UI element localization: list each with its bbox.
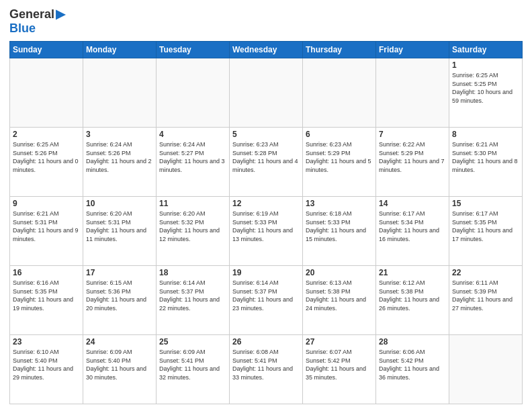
calendar-cell: 12Sunrise: 6:19 AM Sunset: 5:33 PM Dayli… [230, 197, 303, 266]
day-number: 25 [159, 337, 226, 347]
day-number: 8 [452, 130, 519, 139]
day-number: 13 [306, 199, 373, 208]
calendar-cell [449, 335, 523, 404]
calendar-cell: 6Sunrise: 6:23 AM Sunset: 5:29 PM Daylig… [303, 128, 376, 197]
calendar-cell: 20Sunrise: 6:13 AM Sunset: 5:38 PM Dayli… [303, 266, 376, 335]
calendar-cell: 28Sunrise: 6:06 AM Sunset: 5:42 PM Dayli… [376, 335, 449, 404]
calendar-cell: 21Sunrise: 6:12 AM Sunset: 5:38 PM Dayli… [376, 266, 449, 335]
day-info: Sunrise: 6:25 AM Sunset: 5:26 PM Dayligh… [13, 140, 80, 174]
day-number: 19 [232, 268, 300, 277]
week-row-4: 16Sunrise: 6:16 AM Sunset: 5:35 PM Dayli… [10, 266, 523, 335]
calendar-cell: 22Sunrise: 6:11 AM Sunset: 5:39 PM Dayli… [449, 266, 523, 335]
weekday-header-tuesday: Tuesday [157, 42, 230, 58]
day-number: 22 [452, 268, 519, 277]
day-info: Sunrise: 6:06 AM Sunset: 5:42 PM Dayligh… [379, 348, 446, 381]
day-info: Sunrise: 6:09 AM Sunset: 5:41 PM Dayligh… [159, 348, 226, 381]
day-number: 4 [159, 130, 226, 139]
calendar-cell: 2Sunrise: 6:25 AM Sunset: 5:26 PM Daylig… [10, 128, 83, 197]
weekday-header-row: SundayMondayTuesdayWednesdayThursdayFrid… [10, 42, 523, 58]
calendar-cell: 3Sunrise: 6:24 AM Sunset: 5:26 PM Daylig… [83, 128, 157, 197]
calendar-cell: 15Sunrise: 6:17 AM Sunset: 5:35 PM Dayli… [449, 197, 523, 266]
logo: General▶ Blue [9, 7, 65, 36]
calendar-cell: 11Sunrise: 6:20 AM Sunset: 5:32 PM Dayli… [157, 197, 230, 266]
calendar-cell [230, 58, 303, 128]
week-row-3: 9Sunrise: 6:21 AM Sunset: 5:31 PM Daylig… [10, 197, 523, 266]
weekday-header-thursday: Thursday [303, 42, 376, 58]
calendar-cell: 8Sunrise: 6:21 AM Sunset: 5:30 PM Daylig… [449, 128, 523, 197]
day-info: Sunrise: 6:11 AM Sunset: 5:39 PM Dayligh… [452, 279, 519, 312]
day-number: 20 [306, 268, 373, 277]
day-number: 18 [159, 268, 226, 277]
calendar-cell: 5Sunrise: 6:23 AM Sunset: 5:28 PM Daylig… [230, 128, 303, 197]
calendar-cell: 1Sunrise: 6:25 AM Sunset: 5:25 PM Daylig… [449, 58, 523, 128]
calendar-cell: 18Sunrise: 6:14 AM Sunset: 5:37 PM Dayli… [157, 266, 230, 335]
day-info: Sunrise: 6:20 AM Sunset: 5:32 PM Dayligh… [159, 210, 226, 243]
day-info: Sunrise: 6:24 AM Sunset: 5:26 PM Dayligh… [86, 140, 153, 174]
calendar-cell [83, 58, 157, 128]
calendar-cell: 10Sunrise: 6:20 AM Sunset: 5:31 PM Dayli… [83, 197, 157, 266]
weekday-header-saturday: Saturday [449, 42, 523, 58]
day-number: 24 [86, 337, 153, 347]
calendar-cell [157, 58, 230, 128]
day-number: 28 [379, 337, 446, 347]
calendar-cell: 25Sunrise: 6:09 AM Sunset: 5:41 PM Dayli… [157, 335, 230, 404]
day-info: Sunrise: 6:20 AM Sunset: 5:31 PM Dayligh… [86, 210, 153, 243]
day-number: 12 [232, 199, 300, 208]
weekday-header-sunday: Sunday [10, 42, 83, 58]
calendar-cell [376, 58, 449, 128]
day-number: 10 [86, 199, 153, 208]
day-info: Sunrise: 6:07 AM Sunset: 5:42 PM Dayligh… [306, 348, 373, 381]
day-number: 21 [379, 268, 446, 277]
calendar-cell: 24Sunrise: 6:09 AM Sunset: 5:40 PM Dayli… [83, 335, 157, 404]
day-info: Sunrise: 6:23 AM Sunset: 5:29 PM Dayligh… [306, 140, 373, 174]
day-info: Sunrise: 6:17 AM Sunset: 5:35 PM Dayligh… [452, 210, 519, 243]
day-number: 11 [159, 199, 226, 208]
calendar-cell: 27Sunrise: 6:07 AM Sunset: 5:42 PM Dayli… [303, 335, 376, 404]
calendar-cell: 23Sunrise: 6:10 AM Sunset: 5:40 PM Dayli… [10, 335, 83, 404]
day-number: 17 [86, 268, 153, 277]
calendar-cell: 16Sunrise: 6:16 AM Sunset: 5:35 PM Dayli… [10, 266, 83, 335]
calendar-cell [303, 58, 376, 128]
day-number: 27 [306, 337, 373, 347]
calendar-table: SundayMondayTuesdayWednesdayThursdayFrid… [9, 41, 523, 404]
day-info: Sunrise: 6:13 AM Sunset: 5:38 PM Dayligh… [306, 279, 373, 312]
header: General▶ Blue [9, 7, 523, 36]
day-number: 9 [13, 199, 80, 208]
day-info: Sunrise: 6:10 AM Sunset: 5:40 PM Dayligh… [13, 348, 80, 381]
week-row-1: 1Sunrise: 6:25 AM Sunset: 5:25 PM Daylig… [10, 58, 523, 128]
day-info: Sunrise: 6:24 AM Sunset: 5:27 PM Dayligh… [159, 140, 226, 174]
week-row-2: 2Sunrise: 6:25 AM Sunset: 5:26 PM Daylig… [10, 128, 523, 197]
week-row-5: 23Sunrise: 6:10 AM Sunset: 5:40 PM Dayli… [10, 335, 523, 404]
day-number: 7 [379, 130, 446, 139]
day-info: Sunrise: 6:18 AM Sunset: 5:33 PM Dayligh… [306, 210, 373, 243]
day-number: 23 [13, 337, 80, 347]
calendar-cell: 13Sunrise: 6:18 AM Sunset: 5:33 PM Dayli… [303, 197, 376, 266]
day-info: Sunrise: 6:08 AM Sunset: 5:41 PM Dayligh… [232, 348, 300, 381]
day-number: 5 [232, 130, 300, 139]
calendar-cell: 7Sunrise: 6:22 AM Sunset: 5:29 PM Daylig… [376, 128, 449, 197]
day-info: Sunrise: 6:21 AM Sunset: 5:30 PM Dayligh… [452, 140, 519, 174]
calendar-cell: 9Sunrise: 6:21 AM Sunset: 5:31 PM Daylig… [10, 197, 83, 266]
calendar-cell: 14Sunrise: 6:17 AM Sunset: 5:34 PM Dayli… [376, 197, 449, 266]
calendar-cell: 26Sunrise: 6:08 AM Sunset: 5:41 PM Dayli… [230, 335, 303, 404]
calendar-cell [10, 58, 83, 128]
calendar-cell: 17Sunrise: 6:15 AM Sunset: 5:36 PM Dayli… [83, 266, 157, 335]
day-info: Sunrise: 6:22 AM Sunset: 5:29 PM Dayligh… [379, 140, 446, 174]
calendar-cell: 4Sunrise: 6:24 AM Sunset: 5:27 PM Daylig… [157, 128, 230, 197]
day-number: 6 [306, 130, 373, 139]
day-info: Sunrise: 6:23 AM Sunset: 5:28 PM Dayligh… [232, 140, 300, 174]
page: General▶ Blue SundayMondayTuesdayWednesd… [0, 0, 532, 411]
day-number: 1 [452, 60, 519, 70]
day-info: Sunrise: 6:25 AM Sunset: 5:25 PM Dayligh… [452, 71, 519, 105]
weekday-header-friday: Friday [376, 42, 449, 58]
day-info: Sunrise: 6:09 AM Sunset: 5:40 PM Dayligh… [86, 348, 153, 381]
day-info: Sunrise: 6:19 AM Sunset: 5:33 PM Dayligh… [232, 210, 300, 243]
logo-text: General▶ Blue [9, 7, 65, 36]
day-number: 2 [13, 130, 80, 139]
day-number: 26 [232, 337, 300, 347]
day-info: Sunrise: 6:21 AM Sunset: 5:31 PM Dayligh… [13, 210, 80, 243]
weekday-header-monday: Monday [83, 42, 157, 58]
day-info: Sunrise: 6:16 AM Sunset: 5:35 PM Dayligh… [13, 279, 80, 312]
day-info: Sunrise: 6:14 AM Sunset: 5:37 PM Dayligh… [159, 279, 226, 312]
day-number: 3 [86, 130, 153, 139]
